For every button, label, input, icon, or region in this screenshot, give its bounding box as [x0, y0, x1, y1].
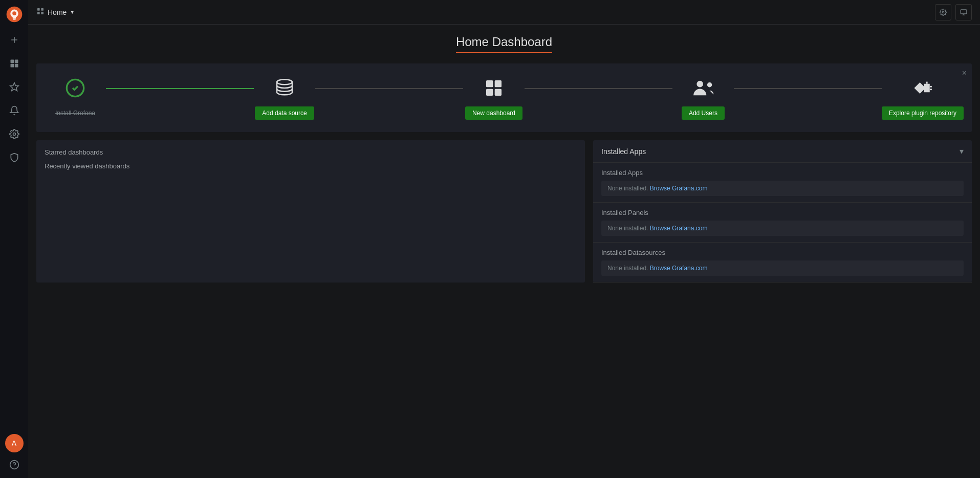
svg-rect-11: [41, 8, 43, 11]
svg-rect-22: [486, 89, 493, 96]
installed-datasources-none-text: None installed.: [607, 265, 650, 272]
svg-rect-5: [14, 64, 18, 68]
avatar[interactable]: A: [5, 434, 24, 452]
sidebar-item-explore[interactable]: [0, 75, 28, 99]
help-icon[interactable]: [5, 455, 24, 474]
installed-panels-browse-link[interactable]: Browse Grafana.com: [650, 225, 708, 232]
sidebar-item-dashboards[interactable]: [0, 52, 28, 75]
installed-datasources-section: Installed Datasources None installed. Br…: [593, 243, 972, 283]
check-circle-icon: [63, 76, 88, 100]
svg-rect-20: [486, 80, 493, 87]
installed-panels-none-text: None installed.: [607, 225, 650, 232]
steps-row: Install Grafana Add data source: [45, 76, 964, 120]
main-content: Home ▼ Home Dashboard: [28, 0, 980, 478]
svg-point-19: [277, 79, 292, 84]
step-add-users: Add Users: [672, 76, 734, 120]
users-icon: [691, 76, 715, 100]
settings-button[interactable]: [935, 4, 951, 20]
home-label: Home: [48, 8, 67, 16]
svg-marker-6: [10, 83, 18, 91]
svg-point-25: [707, 82, 712, 87]
svg-point-7: [13, 133, 15, 136]
grid-icon: [36, 7, 45, 17]
svg-rect-2: [10, 60, 14, 63]
installed-apps-browse-link[interactable]: Browse Grafana.com: [650, 185, 708, 192]
step-explore-plugins: Explore plugin repository: [882, 76, 964, 120]
installed-apps-none-text: None installed.: [607, 185, 650, 192]
svg-point-14: [942, 11, 944, 13]
installed-apps-header: Installed Apps ▾: [593, 140, 972, 163]
svg-rect-4: [10, 64, 14, 68]
sidebar: A: [0, 0, 28, 478]
monitor-button[interactable]: [955, 4, 972, 20]
topbar-actions: [935, 4, 972, 20]
dashboard-area: Home Dashboard × Install Grafana: [28, 25, 980, 478]
sidebar-item-shield[interactable]: [0, 146, 28, 169]
topbar: Home ▼: [28, 0, 980, 25]
chevron-down-icon: ▼: [70, 9, 75, 15]
svg-rect-3: [14, 60, 18, 63]
right-panel: Installed Apps ▾ Installed Apps None ins…: [593, 140, 972, 283]
step-connector-1: [106, 88, 254, 89]
grafana-logo[interactable]: [0, 0, 28, 28]
installed-panels-section: Installed Panels None installed. Browse …: [593, 203, 972, 243]
plugin-icon: [910, 76, 935, 100]
steps-panel: × Install Grafana: [36, 63, 972, 132]
dropdown-icon[interactable]: ▾: [960, 146, 964, 156]
svg-point-24: [696, 81, 703, 88]
sidebar-item-configuration[interactable]: [0, 122, 28, 146]
install-grafana-button[interactable]: Install Grafana: [48, 106, 102, 120]
svg-rect-10: [37, 8, 40, 11]
svg-rect-12: [37, 12, 40, 14]
add-users-button[interactable]: Add Users: [682, 106, 725, 120]
svg-rect-13: [41, 12, 43, 14]
installed-panels-item: None installed. Browse Grafana.com: [601, 221, 964, 236]
installed-apps-section-title: Installed Apps: [601, 169, 964, 177]
installed-apps-item: None installed. Browse Grafana.com: [601, 181, 964, 196]
svg-rect-21: [495, 80, 502, 87]
installed-datasources-item: None installed. Browse Grafana.com: [601, 260, 964, 276]
page-title: Home Dashboard: [456, 35, 552, 53]
page-title-bar: Home Dashboard: [28, 35, 980, 53]
step-connector-4: [734, 88, 882, 89]
content-row: Starred dashboards Recently viewed dashb…: [36, 140, 972, 283]
explore-plugins-button[interactable]: Explore plugin repository: [882, 106, 964, 120]
step-new-dashboard: New dashboard: [463, 76, 525, 120]
installed-datasources-section-title: Installed Datasources: [601, 249, 964, 256]
dashboard-icon: [482, 76, 506, 100]
recent-dashboards-label: Recently viewed dashboards: [45, 162, 577, 170]
step-install-grafana: Install Grafana: [45, 76, 106, 120]
installed-apps-title: Installed Apps: [601, 147, 646, 156]
step-connector-3: [525, 88, 672, 89]
svg-rect-15: [961, 9, 967, 13]
topbar-home-nav[interactable]: Home ▼: [36, 7, 75, 17]
starred-dashboards-label: Starred dashboards: [45, 148, 577, 156]
sidebar-item-add[interactable]: [0, 28, 28, 52]
database-icon: [272, 76, 297, 100]
svg-point-1: [12, 11, 16, 15]
step-connector-2: [315, 88, 463, 89]
installed-panels-section-title: Installed Panels: [601, 209, 964, 216]
step-add-data-source: Add data source: [254, 76, 315, 120]
steps-close-button[interactable]: ×: [962, 69, 967, 78]
add-data-source-button[interactable]: Add data source: [255, 106, 314, 120]
installed-datasources-browse-link[interactable]: Browse Grafana.com: [650, 265, 708, 272]
sidebar-item-alerting[interactable]: [0, 99, 28, 122]
left-panel: Starred dashboards Recently viewed dashb…: [36, 140, 585, 283]
new-dashboard-button[interactable]: New dashboard: [465, 106, 522, 120]
svg-rect-23: [495, 89, 502, 96]
installed-apps-section: Installed Apps None installed. Browse Gr…: [593, 163, 972, 203]
